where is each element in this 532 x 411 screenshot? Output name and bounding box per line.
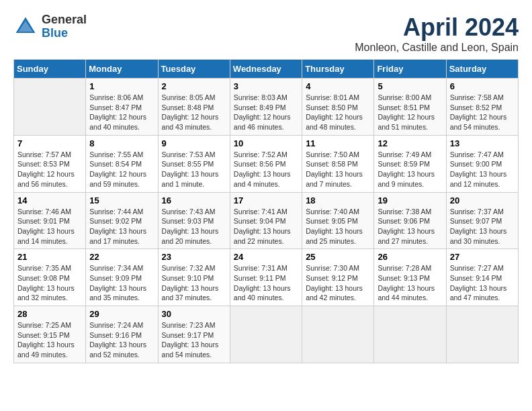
calendar-cell: 11Sunrise: 7:50 AMSunset: 8:58 PMDayligh… (302, 135, 374, 192)
cell-day-number: 27 (450, 252, 515, 262)
header-saturday: Saturday (446, 60, 518, 79)
cell-day-number: 9 (162, 138, 226, 148)
calendar-cell: 5Sunrise: 8:00 AMSunset: 8:51 PMDaylight… (374, 79, 446, 136)
daylight: Daylight: 13 hours and 14 minutes. (17, 227, 75, 245)
cell-day-number: 26 (378, 252, 442, 262)
sunrise: Sunrise: 7:30 AM (306, 264, 359, 272)
sunset: Sunset: 8:53 PM (17, 160, 70, 168)
daylight: Daylight: 13 hours and 52 minutes. (89, 340, 146, 359)
sunset: Sunset: 8:49 PM (234, 103, 286, 111)
sunset: Sunset: 9:16 PM (89, 331, 142, 339)
calendar-cell: 28Sunrise: 7:25 AMSunset: 9:15 PMDayligh… (14, 306, 86, 363)
calendar-cell: 26Sunrise: 7:28 AMSunset: 9:13 PMDayligh… (374, 249, 446, 306)
sunset: Sunset: 9:06 PM (378, 217, 430, 225)
daylight: Daylight: 13 hours and 1 minute. (162, 170, 219, 188)
sunrise: Sunrise: 7:55 AM (89, 150, 143, 158)
daylight: Daylight: 13 hours and 42 minutes. (306, 284, 363, 302)
calendar-cell: 19Sunrise: 7:38 AMSunset: 9:06 PMDayligh… (374, 192, 446, 249)
sunset: Sunset: 9:10 PM (162, 274, 214, 282)
sunrise: Sunrise: 8:06 AM (89, 93, 143, 101)
sunrise: Sunrise: 7:46 AM (17, 208, 71, 216)
title-area: April 2024 Monleon, Castille and Leon, S… (355, 13, 519, 54)
sunset: Sunset: 9:07 PM (450, 217, 502, 225)
cell-info: Sunrise: 8:01 AMSunset: 8:50 PMDaylight:… (306, 93, 370, 132)
sunset: Sunset: 9:05 PM (306, 217, 358, 225)
sunset: Sunset: 8:48 PM (162, 103, 214, 111)
sunrise: Sunrise: 7:23 AM (162, 321, 216, 329)
cell-info: Sunrise: 7:37 AMSunset: 9:07 PMDaylight:… (450, 207, 515, 246)
cell-day-number: 11 (306, 138, 370, 148)
sunrise: Sunrise: 7:31 AM (234, 264, 287, 272)
calendar-cell: 10Sunrise: 7:52 AMSunset: 8:56 PMDayligh… (230, 135, 302, 192)
calendar-cell (230, 306, 302, 363)
calendar-cell (374, 306, 446, 363)
sunrise: Sunrise: 7:34 AM (89, 264, 143, 272)
calendar-cell: 29Sunrise: 7:24 AMSunset: 9:16 PMDayligh… (86, 306, 158, 363)
cell-info: Sunrise: 7:58 AMSunset: 8:52 PMDaylight:… (450, 93, 515, 132)
sunrise: Sunrise: 7:40 AM (306, 208, 359, 216)
cell-day-number: 20 (450, 195, 515, 205)
logo-text: General Blue (42, 13, 87, 40)
calendar-cell: 3Sunrise: 8:03 AMSunset: 8:49 PMDaylight… (230, 79, 302, 136)
sunset: Sunset: 8:47 PM (89, 103, 142, 111)
sunrise: Sunrise: 7:41 AM (234, 208, 287, 216)
sunset: Sunset: 9:17 PM (162, 331, 214, 339)
logo-blue: Blue (42, 26, 68, 40)
cell-day-number: 29 (89, 309, 154, 319)
cell-day-number: 13 (450, 138, 515, 148)
calendar-cell: 20Sunrise: 7:37 AMSunset: 9:07 PMDayligh… (446, 192, 518, 249)
sunrise: Sunrise: 8:05 AM (162, 93, 216, 101)
calendar-cell: 12Sunrise: 7:49 AMSunset: 8:59 PMDayligh… (374, 135, 446, 192)
cell-info: Sunrise: 7:47 AMSunset: 9:00 PMDaylight:… (450, 150, 515, 189)
cell-day-number: 12 (378, 138, 442, 148)
daylight: Daylight: 12 hours and 59 minutes. (89, 170, 146, 188)
logo-general: General (42, 13, 87, 26)
sunset: Sunset: 9:02 PM (89, 217, 142, 225)
daylight: Daylight: 13 hours and 44 minutes. (378, 284, 435, 302)
cell-day-number: 16 (162, 195, 226, 205)
calendar-cell: 6Sunrise: 7:58 AMSunset: 8:52 PMDaylight… (446, 79, 518, 136)
cell-day-number: 19 (378, 195, 442, 205)
sunrise: Sunrise: 7:24 AM (89, 321, 143, 329)
sunrise: Sunrise: 8:03 AM (234, 93, 287, 101)
cell-info: Sunrise: 7:23 AMSunset: 9:17 PMDaylight:… (162, 320, 226, 360)
cell-day-number: 23 (162, 252, 226, 262)
sunrise: Sunrise: 7:47 AM (450, 150, 504, 158)
daylight: Daylight: 12 hours and 46 minutes. (234, 113, 291, 131)
week-row-3: 14Sunrise: 7:46 AMSunset: 9:01 PMDayligh… (14, 192, 519, 249)
calendar-cell: 17Sunrise: 7:41 AMSunset: 9:04 PMDayligh… (230, 192, 302, 249)
cell-info: Sunrise: 8:03 AMSunset: 8:49 PMDaylight:… (234, 93, 298, 132)
header-row: SundayMondayTuesdayWednesdayThursdayFrid… (14, 60, 519, 79)
sunrise: Sunrise: 7:35 AM (17, 264, 71, 272)
cell-day-number: 2 (162, 81, 226, 91)
cell-info: Sunrise: 7:28 AMSunset: 9:13 PMDaylight:… (378, 263, 442, 303)
cell-day-number: 24 (234, 252, 298, 262)
cell-day-number: 1 (89, 81, 154, 91)
daylight: Daylight: 13 hours and 35 minutes. (89, 284, 146, 302)
daylight: Daylight: 12 hours and 40 minutes. (89, 113, 146, 131)
daylight: Daylight: 13 hours and 40 minutes. (234, 284, 291, 302)
cell-info: Sunrise: 7:30 AMSunset: 9:12 PMDaylight:… (306, 263, 370, 303)
cell-info: Sunrise: 7:53 AMSunset: 8:55 PMDaylight:… (162, 150, 226, 189)
sunset: Sunset: 9:03 PM (162, 217, 214, 225)
logo-icon (13, 15, 38, 39)
daylight: Daylight: 12 hours and 56 minutes. (17, 170, 75, 188)
sunrise: Sunrise: 7:53 AM (162, 150, 216, 158)
daylight: Daylight: 13 hours and 20 minutes. (162, 227, 219, 245)
cell-info: Sunrise: 7:35 AMSunset: 9:08 PMDaylight:… (17, 263, 82, 303)
sunset: Sunset: 9:01 PM (17, 217, 70, 225)
calendar-cell: 22Sunrise: 7:34 AMSunset: 9:09 PMDayligh… (86, 249, 158, 306)
sunrise: Sunrise: 7:32 AM (162, 264, 216, 272)
cell-day-number: 21 (17, 252, 82, 262)
cell-info: Sunrise: 7:46 AMSunset: 9:01 PMDaylight:… (17, 207, 82, 246)
cell-day-number: 22 (89, 252, 154, 262)
calendar-cell: 25Sunrise: 7:30 AMSunset: 9:12 PMDayligh… (302, 249, 374, 306)
cell-day-number: 15 (89, 195, 154, 205)
cell-info: Sunrise: 7:38 AMSunset: 9:06 PMDaylight:… (378, 207, 442, 246)
daylight: Daylight: 13 hours and 30 minutes. (450, 227, 507, 245)
calendar-cell: 24Sunrise: 7:31 AMSunset: 9:11 PMDayligh… (230, 249, 302, 306)
logo: General Blue (13, 13, 87, 40)
sunset: Sunset: 8:50 PM (306, 103, 358, 111)
sunset: Sunset: 9:12 PM (306, 274, 358, 282)
calendar-subtitle: Monleon, Castille and Leon, Spain (355, 42, 519, 54)
